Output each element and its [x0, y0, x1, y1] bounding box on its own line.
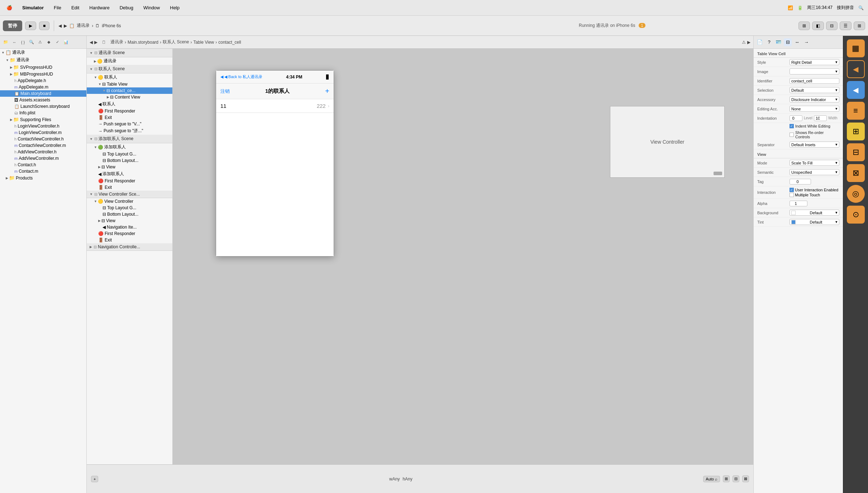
menu-file[interactable]: File — [52, 4, 63, 11]
scene3-top-layout[interactable]: ⊟ Top Layout G... — [87, 151, 172, 157]
scene2-lianxiren2[interactable]: ◀ 联系人 — [87, 100, 172, 108]
app-menu-simulator[interactable]: Simulator — [20, 4, 46, 11]
nav-right-icon[interactable]: ▶ — [747, 40, 750, 45]
scene4-vc[interactable]: ▼ 🟡 View Controller — [87, 198, 172, 205]
scene2-contact-cell[interactable]: ▼ ⊟ contact_ce... — [87, 87, 172, 94]
table-vc-icon-btn[interactable]: ▦ — [847, 39, 865, 57]
scene4-first-responder[interactable]: 🔴 First Responder — [87, 230, 172, 237]
breadcrumb-scheme[interactable]: 通讯录 — [77, 23, 90, 29]
test-icon[interactable]: ✓ — [54, 39, 61, 46]
apple-menu[interactable]: 🍎 — [4, 4, 14, 11]
symbol-icon[interactable]: { } — [19, 39, 27, 46]
contactvc-h-item[interactable]: h ContactViewController.h — [0, 136, 86, 142]
navigator-toggle[interactable]: ☰ — [840, 21, 852, 30]
scene3-add-lianxiren2[interactable]: ◀ 添加联系人 — [87, 170, 172, 178]
menu-hardware[interactable]: Hardware — [87, 4, 111, 11]
menu-edit[interactable]: Edit — [69, 4, 81, 11]
search-icon[interactable]: 🔍 — [858, 5, 864, 10]
scene2-lianxiren[interactable]: ▼ 🟡 联系人 — [87, 73, 172, 81]
size-classes-any[interactable]: wAny — [389, 477, 400, 482]
nav-forward-icon[interactable]: ▶ — [94, 40, 97, 45]
iphone-cancel-btn[interactable]: 注销 — [220, 88, 230, 95]
pause-button[interactable]: 暂停 — [3, 20, 22, 31]
input-method-display[interactable]: 接到拼音 — [837, 5, 854, 11]
scene-header-4[interactable]: ▼ ⊟ View Controller Sce... — [87, 191, 172, 198]
iphone-add-btn[interactable]: + — [325, 87, 329, 95]
table-icon-btn[interactable]: ⊟ — [847, 143, 865, 161]
info-plist-item[interactable]: 🗂 Info.plist — [0, 110, 86, 116]
list-icon-btn[interactable]: ≡ — [847, 102, 865, 120]
scene2-push-segue2[interactable]: → Push segue to "济..." — [87, 127, 172, 135]
scene2-exit[interactable]: 🚪 Exit — [87, 114, 172, 121]
style-select[interactable]: Right Detail ▾ — [790, 59, 839, 65]
identity-inspector-icon[interactable]: 🪪 — [774, 38, 782, 46]
sv-progress-item[interactable]: ▶ 📁 SVProgressHUD — [0, 64, 86, 71]
storyboard-view-btn-1[interactable]: ⊞ — [723, 475, 730, 482]
scene2-tableview[interactable]: ▼ ⊟ Table View — [87, 81, 172, 87]
menu-window[interactable]: Window — [141, 4, 162, 11]
indentation-width-input[interactable] — [814, 115, 827, 121]
scene-header-1[interactable]: ▼ ⊟ 通讯录 Scene — [87, 49, 172, 57]
mode-select[interactable]: Scale To Fill ▾ — [790, 160, 839, 166]
inspector-toggle[interactable]: ⊞ — [854, 21, 865, 30]
scene4-exit[interactable]: 🚪 Exit — [87, 237, 172, 243]
indentation-value-input[interactable] — [790, 115, 802, 121]
assets-item[interactable]: 🖼 Assets.xcassets — [0, 97, 86, 103]
tint-select[interactable]: Default ▾ — [790, 219, 839, 225]
breadcrumb-device[interactable]: iPhone 6s — [102, 23, 121, 28]
appdelegate-m-item[interactable]: m AppDelegate.m — [0, 84, 86, 90]
nav-warning-icon[interactable]: ⚠ — [742, 40, 746, 45]
nav-back-icon[interactable]: ◀ — [90, 40, 93, 45]
scene3-first-responder[interactable]: 🔴 First Responder — [87, 178, 172, 184]
main-storyboard-item[interactable]: 📋 Main.storyboard — [0, 90, 86, 97]
disclosure-project[interactable]: ▼ — [1, 51, 5, 54]
separator-select[interactable]: Default Insets ▾ — [790, 142, 839, 148]
shows-reorder-checkbox[interactable] — [790, 133, 794, 137]
launch-storyboard-item[interactable]: 📋 LaunchScreen.storyboard — [0, 103, 86, 110]
scene-header-5[interactable]: ▶ ⊟ Navigation Controlle... — [87, 243, 172, 251]
background-select[interactable]: Default ▾ — [790, 210, 839, 216]
connections-inspector-icon[interactable]: → — [802, 38, 810, 46]
storyboard-view-btn-2[interactable]: ⊟ — [733, 475, 739, 482]
menu-debug[interactable]: Debug — [118, 4, 135, 11]
alpha-input[interactable] — [790, 201, 807, 206]
size-inspector-icon[interactable]: ↔ — [793, 38, 801, 46]
scene4-top-layout[interactable]: ⊟ Top Layout G... — [87, 205, 172, 211]
layout-btn-3[interactable]: ⊟ — [826, 21, 838, 30]
quick-help-icon[interactable]: ? — [765, 38, 773, 46]
products-item[interactable]: ▶ 📁 Products — [0, 174, 86, 181]
nav-icon-btn[interactable]: ⊠ — [847, 164, 865, 182]
add-element-btn[interactable]: + — [91, 476, 98, 482]
loginvc-h-item[interactable]: h LoginViewController.h — [0, 123, 86, 129]
project-root[interactable]: ▼ 📋 通讯录 — [0, 49, 86, 56]
contactvc-m-item[interactable]: m ContactViewController.m — [0, 142, 86, 149]
stop-button[interactable]: ■ — [39, 21, 49, 30]
git-icon[interactable]: ↔ — [11, 39, 18, 46]
scene3-bottom-layout[interactable]: ⊟ Bottom Layout... — [87, 157, 172, 164]
image-select[interactable]: ▾ — [790, 68, 839, 75]
indent-while-editing-checkbox[interactable]: ✓ — [790, 124, 794, 128]
mb-progress-item[interactable]: ▶ 📁 MBProgressHUD — [0, 71, 86, 77]
editing-acc-select[interactable]: None ▾ — [790, 106, 839, 112]
vc-outline-icon-btn[interactable]: ◀ — [847, 60, 865, 78]
scene3-add-lianxiren[interactable]: ▼ 🟢 添加联系人 — [87, 143, 172, 151]
addvc-h-item[interactable]: h AddViewController.h — [0, 149, 86, 155]
report-icon[interactable]: 📊 — [62, 39, 70, 46]
grid-icon-btn[interactable]: ⊞ — [847, 123, 865, 140]
multiple-touch-checkbox[interactable] — [790, 193, 794, 197]
file-inspector-icon[interactable]: 📄 — [756, 38, 764, 46]
map-icon-btn[interactable]: ⊙ — [847, 206, 865, 224]
user-interaction-checkbox[interactable]: ✓ — [790, 188, 794, 192]
back-to-private[interactable]: ◀ ◀ Back to 私人通讯录 — [220, 74, 262, 80]
canvas-area[interactable]: ◀ ◀ Back to 私人通讯录 4:34 PM ▊ 注销 1的联系人 + 1… — [173, 49, 753, 493]
scene2-first-responder[interactable]: 🔴 First Responder — [87, 108, 172, 114]
scene3-view[interactable]: ▶ ⊟ View — [87, 164, 172, 170]
scene3-exit[interactable]: 🚪 Exit — [87, 184, 172, 191]
scene2-content-view[interactable]: ▶ ⊟ Content View — [87, 94, 172, 100]
layout-btn-2[interactable]: ◧ — [812, 21, 824, 30]
attributes-inspector-icon[interactable]: ⊟ — [784, 38, 792, 46]
scene2-push-segue1[interactable]: → Push segue to "V..." — [87, 121, 172, 127]
layout-btn-1[interactable]: ⊞ — [798, 21, 810, 30]
semantic-select[interactable]: Unspecified ▾ — [790, 169, 839, 175]
scene4-bottom-layout[interactable]: ⊟ Bottom Layout... — [87, 211, 172, 217]
